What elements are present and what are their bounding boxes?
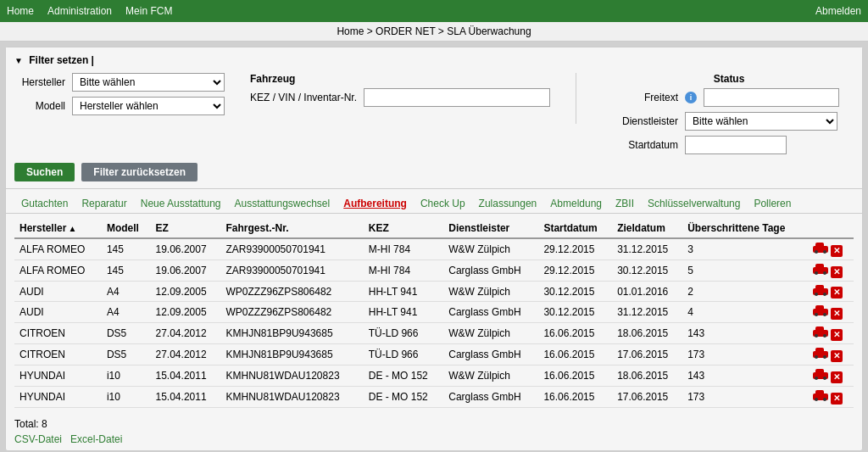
delete-icon[interactable]: ✕	[831, 308, 843, 320]
delete-icon[interactable]: ✕	[831, 245, 843, 257]
tab-neue-ausstattung[interactable]: Neue Ausstattung	[134, 194, 228, 213]
cell-fahrgest: ZAR93900050701941	[221, 259, 364, 281]
cell-hersteller: AUDI	[14, 281, 102, 302]
cell-fahrgest: KMHNU81WDAU120823	[221, 386, 364, 407]
delete-icon[interactable]: ✕	[831, 350, 843, 362]
car-icon[interactable]	[812, 244, 829, 256]
status-group: Status Freitext i Dienstleister Bitte wä…	[619, 73, 839, 154]
reset-button[interactable]: Filter zurücksetzen	[81, 163, 198, 181]
col-dienstleister[interactable]: Dienstleister	[443, 219, 538, 238]
table-row: AUDIA412.09.2005WP0ZZZ96ZPS806482HH-LT 9…	[14, 302, 854, 323]
hersteller-select[interactable]: Bitte wählen	[72, 73, 225, 92]
cell-ez: 19.06.2007	[151, 259, 221, 281]
logout-button[interactable]: Abmelden	[815, 5, 861, 17]
cell-hersteller: ALFA ROMEO	[14, 238, 102, 259]
table-row: CITROENDS527.04.2012KMHJN81BP9U943685TÜ-…	[14, 344, 854, 366]
svg-point-22	[815, 355, 818, 359]
cell-actions: ✕	[807, 323, 854, 344]
csv-link[interactable]: CSV-Datei	[14, 433, 62, 445]
delete-icon[interactable]: ✕	[831, 266, 843, 278]
excel-link[interactable]: Excel-Datei	[70, 433, 122, 445]
tab-ausstattungswechsel[interactable]: Ausstattungswechsel	[227, 194, 337, 213]
nav-mein-fcm[interactable]: Mein FCM	[125, 5, 172, 17]
col-ez[interactable]: EZ	[151, 219, 221, 238]
freitext-input[interactable]	[704, 88, 839, 107]
hersteller-field: Hersteller Bitte wählen	[14, 73, 225, 92]
dienstleister-label: Dienstleister	[619, 115, 678, 127]
cell-hersteller: HYUNDAI	[14, 365, 102, 386]
cell-zieldatum: 31.12.2015	[612, 238, 682, 259]
car-icon[interactable]	[812, 307, 829, 319]
table-row: HYUNDAIi1015.04.2011KMHNU81WDAU120823DE …	[14, 386, 854, 407]
col-zieldatum[interactable]: Zieldatum	[612, 219, 682, 238]
tab-schlüsselverwaltung[interactable]: Schlüsselverwaltung	[641, 194, 747, 213]
cell-kez: TÜ-LD 966	[364, 323, 443, 344]
car-icon[interactable]	[812, 392, 829, 404]
main-container: ▼ Filter setzen | Hersteller Bitte wähle…	[5, 47, 863, 451]
kez-field: KEZ / VIN / Inventar-Nr.	[250, 88, 550, 107]
car-icon[interactable]	[812, 328, 829, 340]
tab-check-up[interactable]: Check Up	[414, 194, 472, 213]
delete-icon[interactable]: ✕	[831, 371, 843, 383]
nav-administration[interactable]: Administration	[47, 5, 112, 17]
col-modell[interactable]: Modell	[102, 219, 151, 238]
cell-actions: ✕	[807, 281, 854, 302]
table-row: AUDIA412.09.2005WP0ZZZ96ZPS806482HH-LT 9…	[14, 281, 854, 302]
tab-polleren[interactable]: Polleren	[747, 194, 798, 213]
col-startdatum[interactable]: Startdatum	[538, 219, 612, 238]
cell-ez: 15.04.2011	[151, 365, 221, 386]
cell-modell: DS5	[102, 323, 151, 344]
svg-point-27	[823, 377, 826, 380]
top-nav: Home Administration Mein FCM Abmelden	[0, 0, 868, 22]
info-icon[interactable]: i	[685, 92, 697, 103]
col-kez[interactable]: KEZ	[364, 219, 443, 238]
cell-dienstleister: Carglass GmbH	[443, 386, 538, 407]
car-icon[interactable]	[812, 265, 829, 277]
filter-title[interactable]: ▼ Filter setzen |	[14, 54, 854, 66]
tab-gutachten[interactable]: Gutachten	[14, 194, 75, 213]
nav-home[interactable]: Home	[7, 5, 34, 17]
delete-icon[interactable]: ✕	[831, 329, 843, 341]
col-fahrgest.-nr.[interactable]: Fahrgest.-Nr.	[221, 219, 364, 238]
cell-zieldatum: 01.01.2016	[612, 281, 682, 302]
cell-actions: ✕	[807, 259, 854, 281]
tab-aufbereitung[interactable]: Aufbereitung	[337, 194, 414, 213]
cell-ez: 12.09.2005	[151, 281, 221, 302]
svg-rect-29	[815, 390, 824, 396]
tab-nav: Gutachten Reparatur Neue Ausstattung Aus…	[6, 189, 862, 214]
search-button[interactable]: Suchen	[14, 163, 75, 181]
modell-field: Modell Hersteller wählen	[14, 97, 225, 115]
car-icon[interactable]	[812, 349, 829, 361]
car-icon[interactable]	[812, 287, 829, 299]
cell-zieldatum: 31.12.2015	[612, 302, 682, 323]
svg-point-11	[823, 293, 826, 296]
table-row: ALFA ROMEO14519.06.2007ZAR93900050701941…	[14, 238, 854, 259]
delete-icon[interactable]: ✕	[831, 393, 843, 405]
cell-tage: 173	[682, 386, 806, 407]
svg-point-2	[815, 250, 818, 254]
kez-input[interactable]	[364, 88, 550, 107]
footer: Total: 8 CSV-Datei Excel-Datei	[6, 413, 862, 450]
tab-zbii[interactable]: ZBII	[609, 194, 641, 213]
svg-point-6	[815, 271, 818, 275]
cell-zieldatum: 17.06.2015	[612, 344, 682, 366]
delete-icon[interactable]: ✕	[831, 287, 843, 299]
cell-dienstleister: Carglass GmbH	[443, 302, 538, 323]
cell-actions: ✕	[807, 386, 854, 407]
modell-select[interactable]: Hersteller wählen	[72, 97, 225, 115]
cell-startdatum: 29.12.2015	[538, 259, 612, 281]
col-hersteller[interactable]: Hersteller▲	[14, 219, 102, 238]
dienstleister-select[interactable]: Bitte wählen	[685, 112, 837, 131]
tab-abmeldung[interactable]: Abmeldung	[543, 194, 609, 213]
cell-dienstleister: W&W Zülpich	[443, 238, 538, 259]
total-count: Total: 8	[14, 418, 854, 430]
car-icon[interactable]	[812, 371, 829, 382]
cell-fahrgest: KMHJN81BP9U943685	[221, 323, 364, 344]
cell-actions: ✕	[807, 302, 854, 323]
tab-reparatur[interactable]: Reparatur	[75, 194, 133, 213]
col-überschrittene-tage[interactable]: Überschrittene Tage	[682, 219, 806, 238]
cell-tage: 5	[682, 259, 806, 281]
tab-zulassungen[interactable]: Zulassungen	[472, 194, 544, 213]
startdatum-input[interactable]	[685, 136, 787, 154]
svg-point-10	[815, 293, 818, 296]
